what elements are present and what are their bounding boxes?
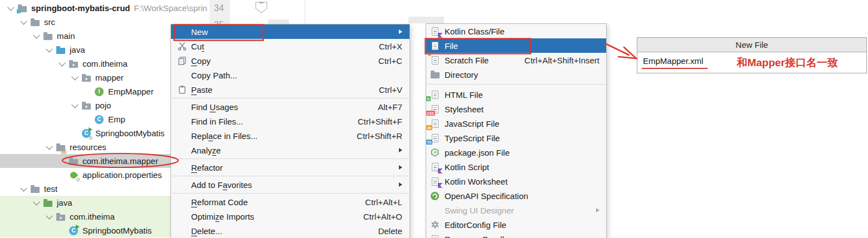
tree-row-test[interactable]: test [0, 182, 170, 196]
chevron-down-icon[interactable] [30, 33, 42, 38]
menu-shortcut: Ctrl+Alt+O [363, 212, 402, 221]
submenu-arrow-icon [596, 208, 599, 212]
menu-item-replace-in-files[interactable]: Replace in Files...Ctrl+Shift+R [171, 128, 409, 143]
menu-item-javascript-file[interactable]: JSJavaScript File [426, 116, 606, 131]
chevron-down-icon[interactable] [30, 200, 42, 205]
tree-item-label: SpringbootMybatis [82, 226, 152, 235]
class-icon: C [94, 115, 105, 125]
kotlin-icon [430, 26, 441, 36]
menu-item-stylesheet[interactable]: CSSStylesheet [426, 102, 606, 116]
js-icon-slot: JS [430, 118, 442, 128]
filename-input[interactable]: EmpMapper.xml [642, 56, 708, 69]
tree-row-src[interactable]: src [0, 15, 170, 29]
paste-icon [177, 85, 188, 95]
menu-item-reformat-code[interactable]: Reformat CodeCtrl+Alt+L [171, 195, 409, 209]
tree-row-pojo[interactable]: pojo [0, 98, 170, 112]
folder-package-icon [81, 73, 92, 83]
test-class-icon: C [68, 226, 79, 236]
folder-package-icon [55, 212, 66, 222]
tree-item-label: SpringbootMybatis [95, 128, 164, 138]
tree-row-com-itheima[interactable]: com.itheima [0, 210, 170, 224]
menu-item-analyze[interactable]: Analyze [171, 143, 409, 157]
tree-row-com-itheima[interactable]: com.itheima [0, 57, 170, 71]
menu-item-refactor[interactable]: Refactor [171, 160, 409, 175]
tree-item-label: mapper [95, 73, 124, 82]
file-icon-slot [430, 41, 442, 51]
editor-fold-marker-icon[interactable] [254, 1, 269, 17]
menu-item-optimize-imports[interactable]: Optimize ImportsCtrl+Alt+O [171, 209, 409, 224]
chevron-down-icon[interactable] [43, 145, 55, 150]
chevron-down-icon[interactable] [43, 214, 55, 219]
project-path: F:\WorkSpace\sprin [134, 3, 207, 13]
tree-item-label: src [44, 17, 55, 27]
context-menu: NewCutCtrl+XCopyCtrl+CCopy Path...PasteC… [170, 24, 410, 238]
tree-item-label: EmpMapper [108, 87, 154, 96]
ts-icon: TS [430, 133, 441, 143]
menu-item-label: Kotlin Script [445, 162, 489, 172]
tree-row-java[interactable]: java [0, 43, 170, 57]
menu-item-scratch-file[interactable]: Scratch FileCtrl+Alt+Shift+Insert [426, 53, 606, 67]
menu-item-delete[interactable]: Delete...Delete [171, 224, 409, 238]
menu-item-resource-bundle[interactable]: Resource Bundle [426, 232, 606, 238]
tree-item-label: application.properties [82, 170, 162, 180]
tree-row-application-properties[interactable]: application.properties [0, 168, 170, 182]
kotlin-icon [430, 162, 441, 172]
chevron-down-icon[interactable] [69, 75, 81, 80]
menu-item-find-usages[interactable]: Find UsagesAlt+F7 [171, 100, 409, 114]
tree-row-main[interactable]: main [0, 29, 170, 43]
chevron-down-icon[interactable] [17, 19, 30, 24]
js-icon: JS [430, 118, 441, 128]
submenu-arrow-icon [399, 165, 402, 170]
tree-item-label: Emp [108, 115, 125, 124]
menu-item-typescript-file[interactable]: TSTypeScript File [426, 131, 606, 145]
tree-row-resources[interactable]: resources [0, 140, 170, 154]
cut-icon-slot [177, 41, 190, 51]
bundle-icon-slot [430, 234, 442, 238]
menu-item-editorconfig-file[interactable]: EditorConfig File [426, 217, 606, 232]
menu-separator [171, 175, 409, 177]
tree-row-empmapper[interactable]: IEmpMapper [0, 85, 170, 98]
tree-row-springbootmybatis[interactable]: CSpringbootMybatis [0, 126, 170, 140]
tree-row-com-itheima-mapper[interactable]: com.itheima.mapper [0, 154, 170, 168]
menu-item-label: Optimize Imports [191, 212, 254, 221]
menu-item-label: Paste [191, 85, 212, 95]
menu-shortcut: Ctrl+Alt+L [365, 197, 402, 207]
menu-shortcut: Ctrl+V [379, 85, 402, 95]
menu-item-new[interactable]: New [171, 24, 409, 39]
menu-item-copy[interactable]: CopyCtrl+C [171, 53, 409, 68]
tree-row-java[interactable]: java [0, 196, 170, 210]
menu-item-kotlin-worksheet[interactable]: Kotlin Worksheet [426, 174, 606, 189]
menu-item-html-file[interactable]: HHTML File [426, 87, 606, 102]
menu-item-kotlin-class-file[interactable]: Kotlin Class/File [426, 24, 606, 38]
tree-row-springbootmybatis[interactable]: CSpringbootMybatis [0, 224, 170, 237]
kotlin-icon-slot [430, 176, 442, 186]
chevron-down-icon[interactable] [43, 47, 55, 52]
folder-package-icon [68, 59, 79, 69]
menu-item-copy-path[interactable]: Copy Path... [171, 68, 409, 82]
tree-item-label: com.itheima [82, 59, 128, 68]
menu-item-paste[interactable]: PasteCtrl+V [171, 82, 409, 97]
menu-item-find-in-files[interactable]: Find in Files...Ctrl+Shift+F [171, 114, 409, 128]
openapi-icon-slot [430, 191, 442, 201]
project-folder-icon [17, 3, 28, 13]
chevron-down-icon[interactable] [4, 6, 17, 11]
menu-item-file[interactable]: File [426, 38, 606, 53]
tree-row-mapper[interactable]: mapper [0, 71, 170, 85]
chevron-down-icon[interactable] [69, 103, 81, 108]
menu-item-openapi-specification[interactable]: OpenAPI Specification [426, 189, 606, 203]
cut-icon [177, 41, 188, 51]
menu-item-label: Replace in Files... [191, 131, 257, 141]
menu-item-package-json-file[interactable]: JSpackage.json File [426, 145, 606, 160]
tree-row-emp[interactable]: CEmp [0, 112, 170, 126]
kotlin-icon [430, 176, 441, 186]
menu-item-directory[interactable]: Directory [426, 67, 606, 82]
ide-screen: 34 35 springboot-mybatis-crudF:\WorkSpac… [0, 0, 868, 238]
chevron-down-icon[interactable] [56, 61, 68, 66]
menu-separator [171, 157, 409, 160]
menu-item-add-to-favorites[interactable]: Add to Favorites [171, 177, 409, 192]
menu-item-kotlin-script[interactable]: Kotlin Script [426, 160, 606, 174]
menu-item-label: Add to Favorites [191, 180, 252, 190]
chevron-down-icon[interactable] [17, 186, 30, 191]
tree-row-springboot-mybatis-crud[interactable]: springboot-mybatis-crudF:\WorkSpace\spri… [0, 1, 170, 15]
menu-item-cut[interactable]: CutCtrl+X [171, 39, 409, 53]
